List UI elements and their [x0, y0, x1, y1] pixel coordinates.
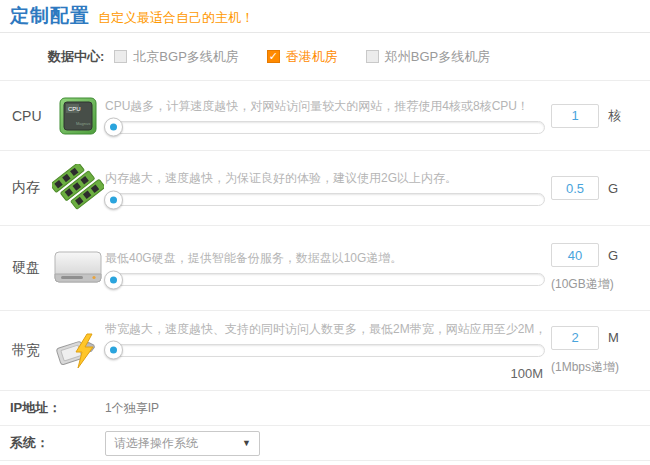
bandwidth-unit: M — [608, 330, 619, 345]
datacenter-option-label: 郑州BGP多线机房 — [385, 48, 490, 66]
slider-dot-icon — [110, 276, 117, 283]
bandwidth-hint: 带宽越大，速度越快、支持的同时访问人数更多，最低2M带宽，网站应用至少2M，推荐… — [105, 321, 545, 338]
bandwidth-increment-note: (1Mbps递增) — [551, 359, 650, 376]
disk-label: 硬盘 — [12, 259, 50, 277]
slider-dot-icon — [110, 124, 117, 131]
disk-hint: 最低40G硬盘，提供智能备份服务，数据盘以10G递增。 — [105, 250, 545, 267]
memory-hint: 内存越大，速度越快，为保证良好的体验，建议使用2G以上内存。 — [105, 170, 545, 187]
bandwidth-row: 带宽 带宽越大，速度越快、支持的同时访问人数更多，最低2M带宽，网站应用至少2M… — [0, 310, 650, 390]
bandwidth-value-input[interactable] — [551, 326, 599, 350]
ip-label: IP地址： — [10, 399, 105, 417]
cpu-chip-icon: CPU Magnus — [50, 94, 105, 138]
page-subtitle: 自定义最适合自己的主机！ — [98, 9, 254, 27]
memory-label: 内存 — [12, 179, 50, 197]
svg-text:CPU: CPU — [68, 106, 81, 112]
cpu-label: CPU — [12, 108, 50, 124]
datacenter-option-zhengzhou[interactable]: 郑州BGP多线机房 — [366, 48, 490, 66]
datacenter-option-hongkong[interactable]: 香港机房 — [267, 48, 338, 66]
slider-dot-icon — [110, 196, 117, 203]
memory-value-input[interactable] — [551, 176, 599, 200]
datacenter-label: 数据中心: — [48, 48, 104, 66]
chevron-down-icon: ▼ — [242, 438, 251, 448]
disk-unit: G — [608, 248, 618, 263]
cpu-value-input[interactable] — [551, 104, 599, 128]
checkbox-unchecked-icon[interactable] — [366, 50, 379, 63]
datacenter-option-label: 北京BGP多线机房 — [133, 48, 238, 66]
checkbox-checked-icon[interactable] — [267, 50, 280, 63]
harddisk-icon — [50, 247, 105, 289]
memory-row: 内存 — [0, 150, 650, 225]
cpu-row: CPU CPU Magnus CPU越多，计算速度越快，对网站访问量较大的网站，… — [0, 80, 650, 150]
cpu-slider-handle[interactable] — [104, 118, 123, 137]
bandwidth-slider[interactable] — [105, 344, 545, 357]
memory-value-area: G — [545, 176, 650, 200]
svg-text:Magnus: Magnus — [76, 121, 90, 126]
disk-row: 硬盘 最低40G硬盘，提供智能备份服务，数据盘以10G递增。 G (10GB递 — [0, 225, 650, 310]
custom-config-panel: 定制配置 自定义最适合自己的主机！ 数据中心: 北京BGP多线机房 香港机房 郑… — [0, 0, 650, 465]
system-row: 系统： 请选择操作系统 ▼ — [0, 425, 650, 461]
disk-slider-handle[interactable] — [104, 270, 123, 289]
disk-slider[interactable] — [105, 273, 545, 286]
cpu-slider-area: CPU越多，计算速度越快，对网站访问量较大的网站，推荐使用4核或8核CPU！ — [105, 98, 545, 134]
cpu-value-area: 核 — [545, 104, 650, 128]
slider-dot-icon — [110, 347, 117, 354]
cpu-unit: 核 — [608, 107, 621, 125]
datacenter-option-label: 香港机房 — [286, 48, 338, 66]
page-title: 定制配置 — [10, 3, 90, 29]
memory-slider[interactable] — [105, 193, 545, 206]
memory-unit: G — [608, 181, 618, 196]
disk-value-area: G (10GB递增) — [545, 243, 650, 293]
checkbox-unchecked-icon[interactable] — [114, 50, 127, 63]
disk-increment-note: (10GB递增) — [551, 276, 650, 293]
cpu-hint: CPU越多，计算速度越快，对网站访问量较大的网站，推荐使用4核或8核CPU！ — [105, 98, 545, 115]
ip-value: 1个独享IP — [105, 400, 159, 417]
ip-row: IP地址： 1个独享IP — [0, 390, 650, 425]
datacenter-row: 数据中心: 北京BGP多线机房 香港机房 郑州BGP多线机房 — [0, 33, 650, 80]
page-header: 定制配置 自定义最适合自己的主机！ — [0, 0, 650, 33]
memory-slider-handle[interactable] — [104, 190, 123, 209]
system-label: 系统： — [10, 434, 105, 452]
bandwidth-max-label: 100M — [105, 366, 545, 381]
os-select-value: 请选择操作系统 — [114, 435, 198, 452]
datacenter-option-beijing[interactable]: 北京BGP多线机房 — [114, 48, 238, 66]
network-plug-lightning-icon — [50, 330, 105, 372]
bandwidth-slider-area: 带宽越大，速度越快、支持的同时访问人数更多，最低2M带宽，网站应用至少2M，推荐… — [105, 321, 545, 381]
bandwidth-label: 带宽 — [12, 342, 50, 360]
cpu-slider[interactable] — [105, 121, 545, 134]
bandwidth-value-area: M (1Mbps递增) — [545, 326, 650, 376]
memory-slider-area: 内存越大，速度越快，为保证良好的体验，建议使用2G以上内存。 — [105, 170, 545, 206]
memory-sticks-icon — [50, 164, 105, 212]
disk-slider-area: 最低40G硬盘，提供智能备份服务，数据盘以10G递增。 — [105, 250, 545, 286]
disk-value-input[interactable] — [551, 243, 599, 267]
os-select[interactable]: 请选择操作系统 ▼ — [105, 431, 260, 456]
bandwidth-slider-handle[interactable] — [104, 341, 123, 360]
